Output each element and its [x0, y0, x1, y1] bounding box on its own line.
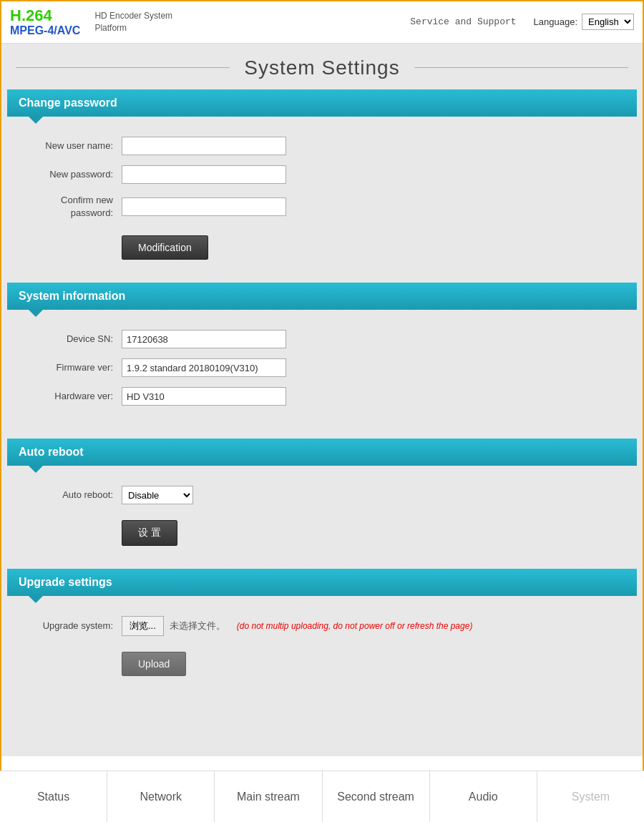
nav-item-audio[interactable]: Audio [430, 771, 537, 822]
nav-item-network[interactable]: Network [107, 771, 215, 822]
hardware-value [122, 387, 286, 406]
upgrade-system-row: Upgrade system: 浏览... 未选择文件。 (do not mul… [21, 616, 623, 636]
new-password-input[interactable] [122, 165, 286, 184]
language-select[interactable]: English [582, 14, 634, 30]
page-title-section: System Settings [1, 44, 643, 89]
new-username-label: New user name: [21, 140, 122, 152]
firmware-row: Firmware ver: [21, 358, 623, 377]
auto-reboot-header: Auto reboot [7, 439, 637, 466]
header-right: Service and Support Language: English [410, 14, 634, 30]
device-sn-label: Device SN: [21, 333, 122, 346]
change-password-body: New user name: New password: Confirm new… [7, 117, 637, 275]
new-username-row: New user name: [21, 137, 623, 155]
nav-item-status[interactable]: Status [0, 771, 107, 822]
system-info-body: Device SN: Firmware ver: Hardware ver: [7, 310, 637, 431]
new-password-row: New password: [21, 165, 623, 184]
confirm-password-input[interactable] [122, 197, 286, 216]
nav-label-second-stream: Second stream [337, 791, 414, 803]
change-password-header: Change password [7, 89, 637, 117]
change-password-section: Change password New user name: New passw… [7, 89, 637, 275]
upgrade-settings-body: Upgrade system: 浏览... 未选择文件。 (do not mul… [7, 596, 637, 692]
firmware-value [122, 358, 286, 377]
logo-h264: H.264 [10, 7, 80, 24]
no-file-text: 未选择文件。 [170, 620, 225, 632]
nav-label-network: Network [140, 791, 182, 803]
upgrade-settings-header: Upgrade settings [7, 569, 637, 596]
nav-label-system: System [572, 791, 610, 803]
logo-mpeg: MPEG-4/AVC [10, 24, 80, 37]
bottom-nav: Status Network Main stream Second stream… [0, 770, 644, 822]
page-title: System Settings [244, 57, 399, 79]
nav-label-main-stream: Main stream [237, 791, 300, 803]
new-password-label: New password: [21, 168, 122, 181]
confirm-password-row: Confirm newpassword: [21, 194, 623, 220]
upload-button[interactable]: Upload [122, 652, 186, 676]
upgrade-settings-section: Upgrade settings Upgrade system: 浏览... 未… [7, 569, 637, 692]
main-content: Change password New user name: New passw… [1, 89, 643, 756]
platform-text: HD Encoder System Platform [94, 10, 172, 34]
nav-item-main-stream[interactable]: Main stream [215, 771, 322, 822]
service-support-link[interactable]: Service and Support [410, 16, 516, 27]
nav-label-status: Status [37, 791, 69, 803]
hardware-label: Hardware ver: [21, 390, 122, 403]
nav-item-system[interactable]: System [537, 771, 644, 822]
language-label: Language: [534, 16, 577, 27]
browse-button[interactable]: 浏览... [122, 616, 164, 636]
auto-reboot-body: Auto reboot: Disable Enable 设 置 [7, 466, 637, 562]
hardware-row: Hardware ver: [21, 387, 623, 406]
modification-button[interactable]: Modification [122, 235, 208, 260]
header: H.264 MPEG-4/AVC HD Encoder System Platf… [1, 1, 643, 44]
logo-area: H.264 MPEG-4/AVC [10, 7, 80, 37]
device-sn-value [122, 330, 286, 348]
auto-reboot-select[interactable]: Disable Enable [122, 486, 193, 504]
system-info-header: System information [7, 283, 637, 310]
firmware-label: Firmware ver: [21, 361, 122, 374]
warning-text: (do not multip uploading, do not power o… [237, 621, 473, 631]
system-info-section: System information Device SN: Firmware v… [7, 283, 637, 431]
confirm-password-label: Confirm newpassword: [21, 194, 122, 220]
nav-label-audio: Audio [469, 791, 498, 803]
language-area: Language: English [534, 14, 634, 30]
auto-reboot-label: Auto reboot: [21, 489, 122, 501]
set-button[interactable]: 设 置 [122, 520, 177, 546]
device-sn-row: Device SN: [21, 330, 623, 348]
upgrade-system-label: Upgrade system: [21, 620, 122, 632]
nav-item-second-stream[interactable]: Second stream [323, 771, 430, 822]
auto-reboot-section: Auto reboot Auto reboot: Disable Enable … [7, 439, 637, 562]
auto-reboot-row: Auto reboot: Disable Enable [21, 486, 623, 504]
new-username-input[interactable] [122, 137, 286, 155]
